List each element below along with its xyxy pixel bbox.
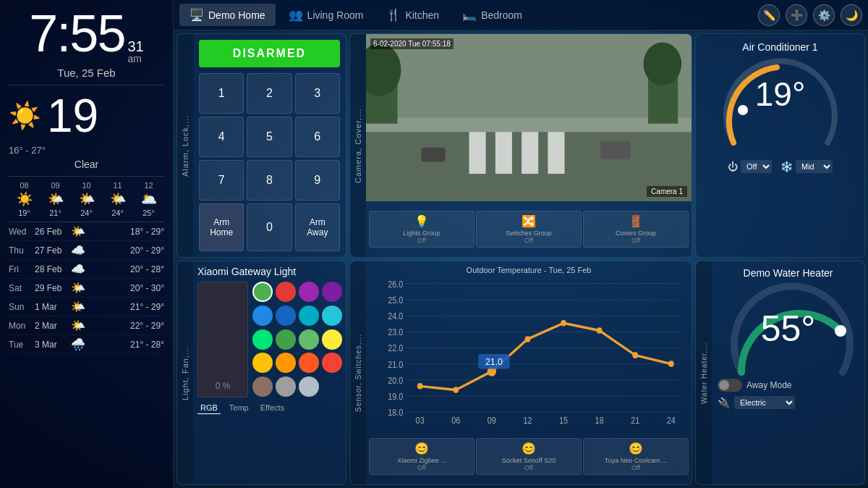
keypad-btn-4[interactable]: 4 — [199, 117, 244, 157]
daily-icon: ☁️ — [69, 243, 87, 257]
daily-range: 22° - 29° — [130, 321, 164, 331]
daily-date: 28 Feb — [35, 264, 69, 274]
disarmed-button[interactable]: DISARMED — [199, 40, 340, 67]
sensor-quick-btn[interactable]: 😊 Xiaomi Zigbee ... Off — [369, 438, 475, 475]
color-dot-0[interactable] — [252, 282, 273, 302]
clock-seconds: 31 — [127, 39, 143, 54]
water-controls: Away Mode 🔌 ElectricGasHeat Pump — [718, 379, 859, 409]
color-dot-12[interactable] — [252, 353, 273, 373]
sensor-quick-status: Off — [478, 464, 579, 471]
moon-button[interactable]: 🌙 — [841, 4, 862, 26]
keypad-btn-0[interactable]: 0 — [247, 203, 292, 251]
clock-section: 7:55 31 am Tue, 25 Feb — [9, 7, 164, 85]
daily-icon: 🌤️ — [69, 319, 87, 332]
camera-quick-btn[interactable]: 🚪 Covers Group Off — [583, 211, 689, 248]
ac-controls: ⏻ OffOn ❄️ MidLowHigh — [728, 160, 833, 173]
color-dot-9[interactable] — [276, 329, 296, 350]
light-tab-temp[interactable]: Temp — [226, 402, 252, 414]
sensor-quick-btn[interactable]: 😊 Socket Sonoff S20 Off — [476, 438, 582, 475]
sensor-bottom: 😊 Xiaomi Zigbee ... Off 😊 Socket Sonoff … — [366, 429, 692, 484]
color-dot-11[interactable] — [322, 329, 342, 350]
color-dot-4[interactable] — [252, 306, 273, 326]
color-dot-7[interactable] — [322, 306, 342, 326]
light-title: Xiaomi Gateway Light — [197, 266, 341, 277]
color-dot-14[interactable] — [299, 353, 319, 373]
color-dot-8[interactable] — [252, 329, 273, 350]
svg-rect-3 — [469, 132, 486, 174]
arm-away-button[interactable]: Arm Away — [295, 203, 340, 251]
daily-date: 1 Mar — [35, 302, 69, 312]
nav-tab-kitchen[interactable]: 🍴 Kitchen — [376, 4, 449, 26]
daily-date: 29 Feb — [35, 283, 69, 293]
color-dot-6[interactable] — [299, 306, 319, 326]
keypad-btn-8[interactable]: 8 — [247, 160, 292, 201]
nav-tab-icon-bedroom: 🛏️ — [462, 8, 477, 22]
keypad-btn-2[interactable]: 2 — [247, 73, 292, 114]
fan-icon: ❄️ — [780, 161, 793, 172]
camera-feed-bg — [366, 34, 692, 201]
light-tab-rgb[interactable]: RGB — [197, 402, 221, 414]
hourly-item: 12 🌥️ 25° — [133, 181, 164, 217]
svg-point-41 — [453, 387, 459, 393]
alarm-card: Alarm, Lock,... DISARMED 123456789Arm Ho… — [176, 33, 346, 258]
settings-button[interactable]: ⚙️ — [813, 4, 835, 26]
keypad-btn-6[interactable]: 6 — [295, 117, 340, 157]
camera-quick-btn[interactable]: 💡 Lights Group Off — [369, 211, 475, 248]
clock-ampm-block: 31 am — [127, 39, 143, 64]
color-dot-10[interactable] — [299, 329, 319, 350]
hourly-temp: 19° — [9, 209, 40, 217]
energy-select[interactable]: ElectricGasHeat Pump — [734, 396, 795, 409]
svg-point-45 — [597, 327, 603, 334]
hourly-temp: 25° — [133, 209, 164, 217]
sensor-quick-btn[interactable]: 😊 Tuya Neo Coolcam ... Off — [583, 438, 689, 475]
arm-home-button[interactable]: Arm Home — [199, 203, 244, 251]
nav-tab-demo-home[interactable]: 🖥️ Demo Home — [179, 4, 276, 26]
nav-tab-label-living-room: Living Room — [307, 9, 364, 21]
nav-tab-living-room[interactable]: 👥 Living Room — [278, 4, 374, 26]
keypad-btn-1[interactable]: 1 — [199, 73, 244, 114]
svg-text:25.0: 25.0 — [388, 295, 403, 305]
keypad-btn-7[interactable]: 7 — [199, 160, 244, 201]
camera-quick-status: Off — [371, 237, 472, 244]
away-mode-toggle[interactable] — [718, 379, 742, 392]
color-dot-13[interactable] — [276, 353, 296, 373]
color-dot-17[interactable] — [276, 376, 296, 397]
hourly-hour: 08 — [9, 181, 40, 190]
color-dot-3[interactable] — [322, 282, 342, 302]
color-dot-5[interactable] — [276, 306, 296, 326]
color-dot-18[interactable] — [299, 376, 319, 397]
ac-fan-select[interactable]: MidLowHigh — [796, 160, 833, 173]
toggle-knob — [719, 380, 729, 390]
color-dot-15[interactable] — [322, 353, 342, 373]
ac-power-select[interactable]: OffOn — [741, 160, 772, 173]
camera-quick-btn[interactable]: 🔀 Switches Group Off — [476, 211, 582, 248]
keypad-btn-3[interactable]: 3 — [295, 73, 340, 114]
daily-range: 21° - 29° — [130, 302, 164, 312]
top-nav: 🖥️ Demo Home 👥 Living Room 🍴 Kitchen 🛏️ … — [174, 0, 868, 30]
daily-row: Sun 1 Mar 🌤️ 21° - 29° — [9, 298, 164, 316]
daily-date: 2 Mar — [35, 321, 69, 331]
ac-power-group: ⏻ OffOn — [728, 160, 772, 173]
weather-temp-large: 19 — [47, 93, 98, 139]
edit-button[interactable]: ✏️ — [758, 4, 780, 26]
hourly-item: 10 🌤️ 24° — [71, 181, 102, 217]
keypad-btn-9[interactable]: 9 — [295, 160, 340, 201]
water-gauge-container: 55° — [731, 282, 846, 376]
svg-point-43 — [525, 336, 531, 342]
svg-rect-11 — [422, 148, 446, 162]
keypad-btn-5[interactable]: 5 — [247, 117, 292, 157]
camera-quick-icon: 🚪 — [585, 214, 686, 228]
clock-date: Tue, 25 Feb — [9, 67, 164, 79]
light-colors — [252, 282, 342, 397]
svg-point-44 — [561, 320, 566, 327]
light-tab-effects[interactable]: Effects — [258, 402, 287, 414]
camera-quick-icon: 🔀 — [478, 214, 579, 228]
nav-tab-bedroom[interactable]: 🛏️ Bedroom — [452, 4, 532, 26]
color-dot-1[interactable] — [276, 282, 296, 302]
add-button[interactable]: ➕ — [786, 4, 807, 26]
left-panel: 7:55 31 am Tue, 25 Feb ☀️ 19 16° - 27° C… — [0, 0, 174, 488]
daily-range: 20° - 29° — [130, 245, 164, 256]
hourly-item: 11 🌤️ 24° — [102, 181, 133, 217]
color-dot-16[interactable] — [252, 376, 273, 397]
color-dot-2[interactable] — [299, 282, 319, 302]
